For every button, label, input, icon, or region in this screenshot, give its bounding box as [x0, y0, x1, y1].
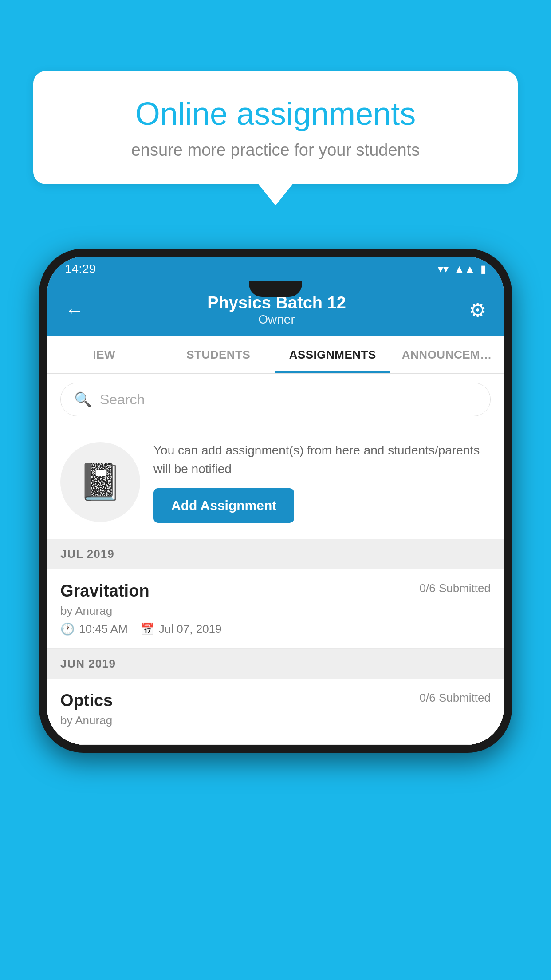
- assignment-header-optics: Optics 0/6 Submitted: [60, 691, 491, 710]
- signal-icon: ▲▲: [454, 263, 475, 275]
- search-bar[interactable]: 🔍 Search: [60, 383, 491, 416]
- promo-section: 📓 You can add assignment(s) from here an…: [47, 425, 504, 539]
- wifi-icon: ▾▾: [438, 263, 449, 275]
- speech-bubble: Online assignments ensure more practice …: [33, 71, 518, 184]
- bubble-title: Online assignments: [60, 95, 491, 132]
- month-separator-jul: JUL 2019: [47, 539, 504, 569]
- phone-screen: 14:29 ▾▾ ▲▲ ▮ ← Physics Batch 12 Owner ⚙: [47, 257, 504, 745]
- promo-text: You can add assignment(s) from here and …: [153, 441, 491, 478]
- tab-assignments[interactable]: ASSIGNMENTS: [276, 336, 390, 373]
- assignment-name: Gravitation: [60, 581, 150, 601]
- meta-date: 📅 Jul 07, 2019: [140, 622, 222, 636]
- assignment-meta: 🕐 10:45 AM 📅 Jul 07, 2019: [60, 622, 491, 636]
- phone-device: 14:29 ▾▾ ▲▲ ▮ ← Physics Batch 12 Owner ⚙: [39, 249, 512, 753]
- assignment-author: by Anurag: [60, 604, 491, 618]
- promo-right: You can add assignment(s) from here and …: [153, 441, 491, 523]
- assignment-time: 10:45 AM: [79, 622, 128, 636]
- search-icon: 🔍: [74, 391, 92, 408]
- status-time: 14:29: [65, 262, 96, 276]
- content-area: 🔍 Search 📓 You can add assignment(s) fro…: [47, 374, 504, 745]
- tab-announcements[interactable]: ANNOUNCEM…: [390, 336, 504, 373]
- header-subtitle: Owner: [207, 312, 346, 327]
- assignment-item-gravitation[interactable]: Gravitation 0/6 Submitted by Anurag 🕐 10…: [47, 569, 504, 649]
- assignment-header: Gravitation 0/6 Submitted: [60, 581, 491, 601]
- back-button[interactable]: ←: [65, 299, 84, 321]
- bubble-subtitle: ensure more practice for your students: [60, 141, 491, 160]
- calendar-icon: 📅: [140, 622, 154, 636]
- month-separator-jun: JUN 2019: [47, 649, 504, 679]
- meta-time: 🕐 10:45 AM: [60, 622, 128, 636]
- settings-button[interactable]: ⚙: [469, 299, 486, 321]
- assignment-name-optics: Optics: [60, 691, 113, 710]
- assignment-date: Jul 07, 2019: [159, 622, 222, 636]
- search-container: 🔍 Search: [47, 374, 504, 425]
- phone-notch: [249, 281, 302, 297]
- search-placeholder: Search: [100, 391, 145, 408]
- submitted-badge: 0/6 Submitted: [420, 581, 491, 595]
- add-assignment-button[interactable]: Add Assignment: [153, 488, 294, 523]
- battery-icon: ▮: [480, 263, 486, 275]
- tab-iew[interactable]: IEW: [47, 336, 161, 373]
- phone-outer-shell: 14:29 ▾▾ ▲▲ ▮ ← Physics Batch 12 Owner ⚙: [39, 249, 512, 753]
- promo-icon-circle: 📓: [60, 442, 140, 522]
- status-bar: 14:29 ▾▾ ▲▲ ▮: [47, 257, 504, 281]
- submitted-badge-optics: 0/6 Submitted: [420, 691, 491, 705]
- header-center: Physics Batch 12 Owner: [207, 293, 346, 327]
- assignment-author-optics: by Anurag: [60, 714, 491, 727]
- speech-bubble-container: Online assignments ensure more practice …: [33, 71, 518, 184]
- tabs-bar: IEW STUDENTS ASSIGNMENTS ANNOUNCEM…: [47, 336, 504, 374]
- notebook-icon: 📓: [78, 461, 122, 503]
- clock-icon: 🕐: [60, 622, 75, 636]
- assignment-item-optics[interactable]: Optics 0/6 Submitted by Anurag: [47, 679, 504, 745]
- status-icons: ▾▾ ▲▲ ▮: [438, 263, 486, 275]
- tab-students[interactable]: STUDENTS: [161, 336, 276, 373]
